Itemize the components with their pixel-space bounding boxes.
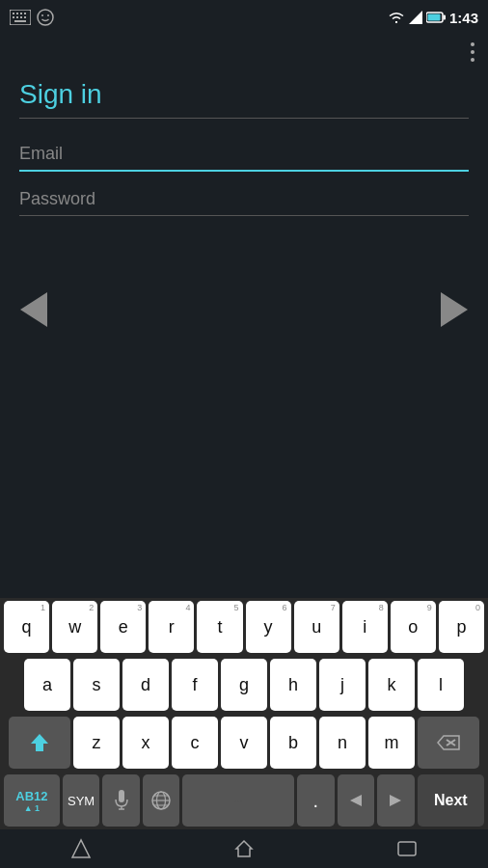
ab12-key[interactable]: AB12 ▲ 1: [4, 774, 60, 827]
home-button[interactable]: [233, 838, 255, 859]
mic-key[interactable]: [102, 774, 140, 827]
keyboard-row-2: a s d f g h j k l: [0, 656, 488, 714]
key-e[interactable]: 3e: [100, 601, 146, 653]
svg-rect-15: [443, 15, 446, 20]
key-c[interactable]: c: [172, 717, 218, 769]
svg-rect-1: [13, 13, 14, 14]
keyboard-row-1: 1q 2w 3e 4r 5t 6y 7u 8i 9o 0p: [0, 598, 488, 656]
right-arrow-shape: [441, 292, 468, 327]
smiley-icon: [37, 9, 54, 26]
key-r[interactable]: 4r: [149, 601, 194, 653]
signal-icon: [409, 11, 422, 24]
svg-rect-5: [13, 16, 14, 18]
email-input[interactable]: [19, 138, 469, 172]
status-right-icons: 1:43: [388, 10, 478, 26]
svg-rect-16: [427, 14, 440, 21]
recents-button[interactable]: [396, 840, 418, 857]
key-f[interactable]: f: [172, 659, 218, 711]
back-icon: [70, 838, 92, 859]
svg-marker-17: [31, 734, 48, 751]
password-input[interactable]: [19, 183, 469, 216]
svg-rect-2: [16, 13, 18, 14]
key-a[interactable]: a: [24, 659, 70, 711]
shift-icon: [29, 732, 50, 753]
backspace-icon: [436, 734, 461, 751]
globe-key[interactable]: [143, 774, 180, 827]
space-key[interactable]: ···: [182, 774, 294, 827]
svg-marker-13: [409, 11, 422, 24]
keyboard: 1q 2w 3e 4r 5t 6y 7u 8i 9o 0p a s d f g …: [0, 598, 488, 829]
left-arrow-key-icon: [346, 793, 366, 808]
period-key[interactable]: .: [297, 774, 335, 827]
password-field-container: [19, 183, 469, 216]
right-nav-arrow[interactable]: [435, 290, 474, 329]
right-arrow-key[interactable]: [377, 774, 415, 827]
svg-rect-8: [24, 16, 26, 18]
key-t[interactable]: 5t: [197, 601, 242, 653]
svg-rect-33: [398, 842, 416, 855]
shift-key[interactable]: [9, 717, 70, 769]
key-w[interactable]: 2w: [52, 601, 97, 653]
wifi-icon: [388, 11, 405, 24]
key-i[interactable]: 8i: [342, 601, 388, 653]
next-key[interactable]: Next: [418, 774, 484, 827]
title-divider: [19, 118, 469, 119]
key-y[interactable]: 6y: [246, 601, 291, 653]
status-bar: 1:43: [0, 0, 488, 35]
svg-marker-30: [390, 795, 401, 806]
svg-rect-4: [24, 13, 26, 14]
mic-icon: [115, 790, 128, 811]
svg-rect-21: [119, 790, 124, 802]
key-j[interactable]: j: [319, 659, 366, 711]
left-arrow-shape: [20, 292, 47, 327]
page-title: Sign in: [19, 79, 469, 110]
left-nav-arrow[interactable]: [14, 290, 53, 329]
recents-icon: [396, 840, 418, 857]
svg-point-11: [41, 14, 43, 16]
key-k[interactable]: k: [368, 659, 415, 711]
key-n[interactable]: n: [319, 717, 366, 769]
right-arrow-key-icon: [386, 793, 405, 808]
app-bar: [0, 35, 488, 69]
globe-icon: [150, 790, 172, 811]
key-z[interactable]: z: [73, 717, 120, 769]
svg-rect-3: [20, 13, 22, 14]
key-v[interactable]: v: [221, 717, 267, 769]
keyboard-row-4: AB12 ▲ 1 SYM ··· .: [0, 772, 488, 829]
keyboard-row-3: z x c v b n m: [0, 714, 488, 772]
key-d[interactable]: d: [122, 659, 169, 711]
email-field-container: [19, 138, 469, 172]
overflow-menu-button[interactable]: [467, 39, 478, 66]
key-b[interactable]: b: [270, 717, 316, 769]
left-arrow-key[interactable]: [338, 774, 375, 827]
key-p[interactable]: 0p: [439, 601, 484, 653]
back-button[interactable]: [70, 838, 92, 859]
key-q[interactable]: 1q: [4, 601, 49, 653]
svg-marker-31: [72, 840, 90, 857]
sym-key[interactable]: SYM: [63, 774, 100, 827]
backspace-key[interactable]: [418, 717, 479, 769]
key-l[interactable]: l: [418, 659, 464, 711]
time-display: 1:43: [449, 10, 478, 26]
svg-rect-7: [20, 16, 22, 18]
key-o[interactable]: 9o: [391, 601, 436, 653]
main-content: Sign in: [0, 69, 488, 247]
key-g[interactable]: g: [221, 659, 267, 711]
svg-marker-18: [438, 736, 459, 749]
svg-point-12: [47, 14, 49, 16]
key-u[interactable]: 7u: [294, 601, 339, 653]
svg-rect-6: [16, 16, 18, 18]
key-s[interactable]: s: [73, 659, 120, 711]
ab12-label-bottom: ▲ 1: [24, 803, 40, 813]
key-m[interactable]: m: [368, 717, 415, 769]
key-h[interactable]: h: [270, 659, 316, 711]
bottom-nav-bar: [0, 829, 488, 868]
svg-point-10: [38, 10, 53, 25]
svg-rect-9: [14, 20, 26, 22]
status-left-icons: [10, 9, 54, 26]
middle-area: [0, 247, 488, 372]
home-icon: [233, 838, 255, 859]
svg-marker-32: [236, 841, 252, 856]
key-x[interactable]: x: [122, 717, 169, 769]
svg-marker-29: [350, 795, 362, 806]
